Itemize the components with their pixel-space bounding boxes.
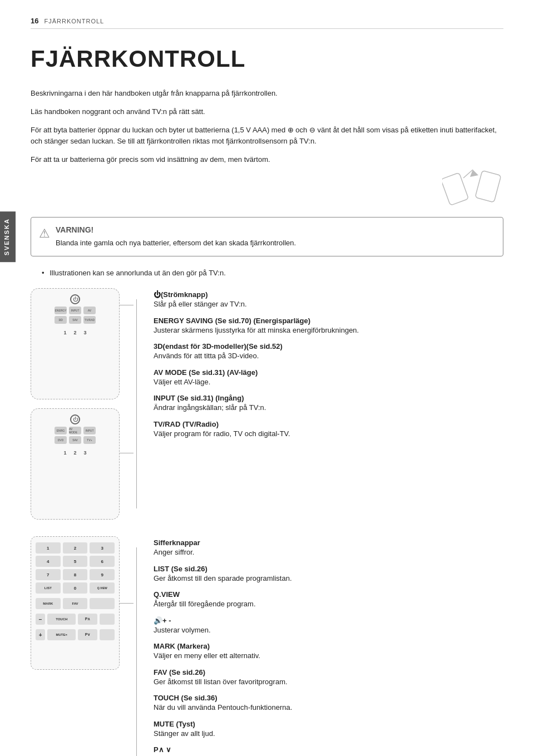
remote-num-3: 3 [84, 330, 87, 335]
desc-text-touch: När du vill använda Pentouch-funktionern… [154, 702, 503, 713]
remote-energy-btn: ENERGY [55, 307, 67, 314]
warning-text: Blanda inte gamla och nya batterier, eft… [56, 238, 296, 249]
svg-rect-0 [442, 172, 468, 205]
key-mark: MARK [36, 598, 61, 609]
remote-saving-btn: SAV [69, 316, 81, 324]
key-0: 0 [63, 582, 88, 594]
keypad-section-divider [136, 547, 137, 756]
key-8: 8 [63, 569, 88, 580]
warning-content: VARNING! Blanda inte gamla och nya batte… [56, 225, 296, 249]
remote2-energy-btn: ENRG [55, 427, 67, 434]
paragraph-4: För att ta ur batterierna gör precis som… [31, 154, 503, 166]
remote-num-1: 1 [63, 330, 66, 335]
desc-text-volume: Justerar volymen. [154, 625, 503, 636]
remote2-num-3: 3 [84, 450, 87, 456]
desc-title-energy: ENERGY SAVING (Se sid.70) (Energisparläg… [154, 317, 503, 325]
key-p-up: P∧ [78, 614, 97, 625]
desc-item-input: INPUT (Se sid.31) (Ingång) Ändrar ingång… [154, 394, 503, 413]
desc-text-energy: Justerar skärmens ljusstyrka för att min… [154, 325, 503, 336]
desc-item-qview: Q.VIEW Återgår till föregående program. [154, 590, 503, 610]
desc-item-list: LIST (Se sid.26) Ger åtkomst till den sp… [154, 565, 503, 584]
key-empty-2 [100, 614, 115, 625]
remote-tvrad-btn: TV/RAD [83, 316, 96, 324]
desc-item-fav: FAV (Se sid.26) Ger åtkomst till listan … [154, 668, 503, 688]
remote2-dvd-btn: DVD [55, 436, 67, 444]
remote-image-1: ⏻ ENERGY INPUT AV 3D SAV TV/RAD 1 2 3 [31, 288, 120, 399]
remote2-input-btn: INPUT [83, 427, 96, 434]
descriptions-top: ⏻(Strömknapp) Slår på eller stänger av T… [154, 288, 503, 520]
descriptions-bottom: Sifferknappar Anger siffror. LIST (Se si… [154, 536, 503, 756]
key-7: 7 [36, 569, 61, 580]
remote2-num-2: 2 [73, 450, 76, 456]
desc-text-3d: Används för att titta på 3D-video. [154, 350, 503, 362]
key-empty-3 [100, 629, 115, 640]
desc-item-tvrad: TV/RAD (TV/Radio) Väljer program för rad… [154, 420, 503, 439]
desc-title-mute: MUTE (Tyst) [154, 720, 503, 728]
page-number: 16 [31, 17, 38, 25]
warning-box: ⚠ VARNING! Blanda inte gamla och nya bat… [31, 217, 503, 257]
remote2-sav-btn: SAV [69, 436, 81, 444]
desc-title-volume: 🔊+ - [154, 616, 503, 625]
key-fav: FAV [63, 598, 88, 609]
desc-item-power: ⏻(Strömknapp) Slår på eller stänger av T… [154, 290, 503, 310]
key-4: 4 [36, 556, 61, 567]
remote-input-btn: INPUT [69, 307, 81, 314]
remote-avmode-btn: AV [83, 307, 96, 314]
key-5: 5 [63, 556, 88, 567]
key-vol-minus: − [36, 614, 45, 625]
illustration-note: Illustrationen kan se annorlunda ut än d… [50, 269, 226, 277]
desc-text-qview: Återgår till föregående program. [154, 599, 503, 610]
key-2: 2 [63, 542, 88, 554]
desc-title-qview: Q.VIEW [154, 590, 503, 599]
keypad-connector-line [120, 603, 134, 604]
desc-item-3d: 3D(endast för 3D-modeller)(Se sid.52) An… [154, 342, 503, 362]
paragraph-3: För att byta batterier öppnar du luckan … [31, 125, 503, 148]
desc-text-power: Slår på eller stänger av TV:n. [154, 299, 503, 310]
desc-text-sifferknappar: Anger siffror. [154, 547, 503, 558]
key-p-down: P∨ [78, 629, 97, 640]
key-touch: TOUCH [47, 614, 76, 625]
desc-item-avmode: AV MODE (Se sid.31) (AV-läge) Väljer ett… [154, 368, 503, 388]
key-9: 9 [90, 569, 115, 580]
key-list: LIST [36, 582, 61, 594]
key-empty-1 [90, 598, 115, 609]
desc-text-page-updown: Bläddrar mellan sparade program. [154, 754, 503, 756]
desc-title-avmode: AV MODE (Se sid.31) (AV-läge) [154, 368, 503, 377]
desc-item-sifferknappar: Sifferknappar Anger siffror. [154, 538, 503, 558]
remote-image-2: ⏻ ENRG AV MODE INPUT DVD SAV TV+ 1 2 [31, 408, 120, 520]
remote-illustrations: ⏻ ENERGY INPUT AV 3D SAV TV/RAD 1 2 3 [31, 288, 120, 520]
remote2-power-btn: ⏻ [70, 414, 80, 424]
desc-title-mark: MARK (Markera) [154, 642, 503, 650]
key-1: 1 [36, 542, 61, 554]
remote2-avmode-btn: AV MODE [69, 427, 81, 434]
desc-text-tvrad: Väljer program för radio, TV och digital… [154, 428, 503, 439]
desc-text-avmode: Väljer ett AV-läge. [154, 377, 503, 388]
keypad-image: 1 2 3 4 5 6 7 8 9 LIST 0 Q.VIEW MARK FAV [31, 536, 120, 670]
desc-item-energy: ENERGY SAVING (Se sid.70) (Energisparläg… [154, 317, 503, 336]
sidebar-label: SVENSKA [0, 211, 16, 262]
desc-title-touch: TOUCH (Se sid.36) [154, 694, 503, 702]
desc-title-3d: 3D(endast för 3D-modeller)(Se sid.52) [154, 342, 503, 350]
remote-power-btn: ⏻ [70, 294, 80, 304]
page-header: 16 FJÄRRKONTROLL [31, 17, 503, 29]
battery-arrows-illustration [442, 167, 503, 206]
keypad-grid: 1 2 3 4 5 6 7 8 9 LIST 0 Q.VIEW [36, 542, 115, 594]
key-3: 3 [90, 542, 115, 554]
desc-item-volume: 🔊+ - Justerar volymen. [154, 616, 503, 636]
desc-item-mark: MARK (Markera) Väljer en meny eller ett … [154, 642, 503, 661]
connector-line-2 [120, 453, 134, 453]
desc-text-mute: Stänger av allt ljud. [154, 728, 503, 739]
desc-title-power: ⏻(Strömknapp) [154, 290, 503, 299]
desc-title-sifferknappar: Sifferknappar [154, 538, 503, 547]
paragraph-2: Läs handboken noggrant och använd TV:n p… [31, 106, 503, 118]
remote2-num-1: 1 [63, 450, 66, 456]
desc-title-list: LIST (Se sid.26) [154, 565, 503, 573]
paragraph-1: Beskrivningarna i den här handboken utgå… [31, 88, 503, 100]
svg-rect-1 [475, 170, 501, 202]
desc-title-page-updown: P∧ ∨ [154, 745, 503, 754]
desc-text-fav: Ger åtkomst till listan över favoritprog… [154, 676, 503, 688]
desc-text-list: Ger åtkomst till den sparade programlist… [154, 573, 503, 584]
desc-item-page-updown: P∧ ∨ Bläddrar mellan sparade program. [154, 745, 503, 756]
keypad-section: 1 2 3 4 5 6 7 8 9 LIST 0 Q.VIEW MARK FAV [31, 536, 503, 756]
warning-icon: ⚠ [39, 226, 50, 241]
